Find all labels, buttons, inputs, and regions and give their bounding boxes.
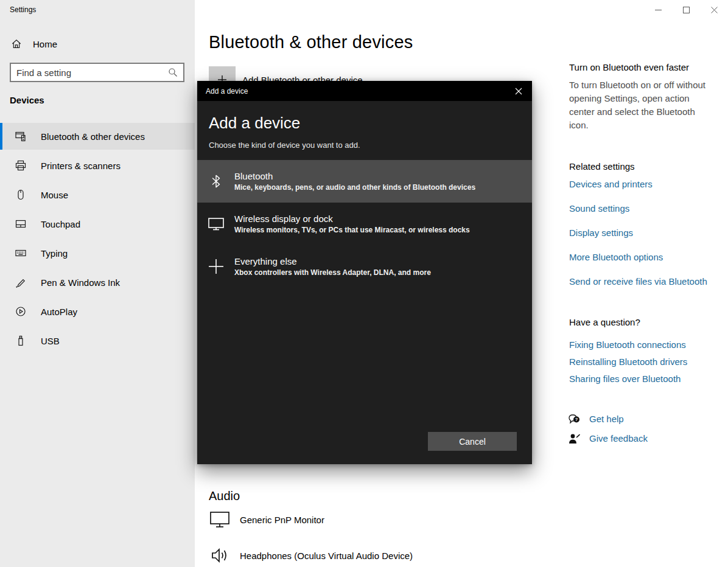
- dialog-heading: Add a device: [209, 114, 532, 133]
- sidebar-item-mouse[interactable]: Mouse: [0, 181, 195, 208]
- have-a-question-heading: Have a question?: [569, 317, 640, 327]
- get-help-row: ? Get help: [568, 412, 624, 426]
- audio-device-name: Generic PnP Monitor: [240, 515, 324, 525]
- app-title: Settings: [10, 5, 36, 14]
- add-device-dialog: Add a device Add a device Choose the kin…: [197, 81, 532, 464]
- touchpad-icon: [15, 218, 27, 230]
- dialog-option-description: Xbox controllers with Wireless Adapter, …: [234, 268, 431, 277]
- sidebar-item-label: Printers & scanners: [41, 161, 121, 171]
- dialog-option-description: Mice, keyboards, pens, or audio and othe…: [234, 183, 475, 192]
- minimize-icon: [655, 7, 662, 13]
- tip-heading: Turn on Bluetooth even faster: [569, 62, 689, 72]
- link-sound-settings[interactable]: Sound settings: [569, 202, 707, 215]
- search-icon[interactable]: [168, 68, 178, 77]
- feedback-person-icon: [568, 433, 581, 444]
- sidebar-item-pen-windows-ink[interactable]: Pen & Windows Ink: [0, 269, 195, 296]
- dialog-titlebar: Add a device: [197, 81, 532, 101]
- audio-device-headphones[interactable]: Headphones (Oculus Virtual Audio Device): [209, 546, 413, 565]
- link-display-settings[interactable]: Display settings: [569, 226, 707, 240]
- related-settings-links: Devices and printers Sound settings Disp…: [569, 178, 707, 299]
- sidebar-section-heading: Devices: [10, 95, 44, 105]
- plus-icon: [207, 259, 225, 274]
- mouse-icon: [15, 189, 27, 201]
- sidebar-item-home[interactable]: Home: [11, 35, 184, 52]
- maximize-button[interactable]: [672, 0, 700, 19]
- dialog-close-button[interactable]: [505, 81, 532, 101]
- dialog-option-text: Bluetooth Mice, keyboards, pens, or audi…: [234, 171, 475, 192]
- link-reinstalling-bluetooth-drivers[interactable]: Reinstalling Bluetooth drivers: [569, 355, 687, 369]
- link-send-receive-files[interactable]: Send or receive files via Bluetooth: [569, 275, 707, 288]
- sidebar-item-label: Typing: [41, 248, 68, 259]
- search-box: [10, 63, 184, 82]
- minimize-button[interactable]: [644, 0, 672, 19]
- dialog-titlebar-text: Add a device: [206, 87, 248, 96]
- audio-device-monitor[interactable]: Generic PnP Monitor: [209, 510, 324, 529]
- link-give-feedback[interactable]: Give feedback: [589, 432, 648, 445]
- autoplay-icon: [15, 305, 27, 318]
- printer-icon: [15, 159, 27, 172]
- page-title: Bluetooth & other devices: [209, 32, 413, 52]
- settings-window: Settings Home Devices: [0, 0, 728, 567]
- dialog-option-bluetooth[interactable]: Bluetooth Mice, keyboards, pens, or audi…: [197, 160, 532, 203]
- monitor-icon: [209, 510, 231, 529]
- svg-text:?: ?: [575, 417, 578, 422]
- dialog-option-description: Wireless monitors, TVs, or PCs that use …: [234, 226, 470, 234]
- link-devices-and-printers[interactable]: Devices and printers: [569, 178, 707, 191]
- sidebar-item-label: Bluetooth & other devices: [41, 131, 145, 142]
- speaker-icon: [209, 546, 231, 565]
- pen-icon: [15, 276, 27, 288]
- related-settings-heading: Related settings: [569, 161, 635, 172]
- sidebar-item-label: USB: [41, 336, 60, 346]
- devices-icon: [15, 130, 27, 142]
- close-window-button[interactable]: [700, 0, 728, 19]
- link-sharing-files-over-bluetooth[interactable]: Sharing files over Bluetooth: [569, 372, 687, 386]
- maximize-icon: [683, 7, 690, 13]
- link-get-help[interactable]: Get help: [589, 412, 624, 426]
- link-fixing-bluetooth-connections[interactable]: Fixing Bluetooth connections: [569, 338, 687, 352]
- dialog-options: Bluetooth Mice, keyboards, pens, or audi…: [197, 160, 532, 288]
- dialog-option-wireless-display[interactable]: Wireless display or dock Wireless monito…: [197, 203, 532, 245]
- sidebar-item-printers-scanners[interactable]: Printers & scanners: [0, 152, 195, 179]
- help-chat-icon: ?: [568, 414, 581, 425]
- keyboard-icon: [15, 247, 27, 259]
- display-icon: [207, 217, 225, 231]
- audio-section-heading: Audio: [209, 489, 240, 503]
- usb-icon: [15, 335, 27, 347]
- tip-body: To turn Bluetooth on or off without open…: [569, 78, 714, 132]
- sidebar-item-touchpad[interactable]: Touchpad: [0, 210, 195, 237]
- close-icon: [711, 7, 718, 13]
- dialog-subtitle: Choose the kind of device you want to ad…: [209, 141, 532, 150]
- dialog-option-text: Everything else Xbox controllers with Wi…: [234, 256, 431, 277]
- sidebar-item-typing[interactable]: Typing: [0, 240, 195, 266]
- sidebar-item-label: Mouse: [41, 190, 68, 200]
- bluetooth-icon: [207, 173, 225, 189]
- close-icon: [515, 88, 522, 95]
- link-more-bluetooth-options[interactable]: More Bluetooth options: [569, 251, 707, 264]
- dialog-option-text: Wireless display or dock Wireless monito…: [234, 214, 470, 234]
- search-input[interactable]: [16, 68, 168, 78]
- dialog-option-title: Wireless display or dock: [234, 214, 470, 224]
- sidebar-item-usb[interactable]: USB: [0, 327, 195, 354]
- selected-accent-bar: [0, 123, 2, 150]
- dialog-option-title: Bluetooth: [234, 171, 475, 181]
- sidebar-nav: Bluetooth & other devices Printers & sca…: [0, 123, 195, 357]
- give-feedback-row: Give feedback: [568, 432, 648, 445]
- audio-device-name: Headphones (Oculus Virtual Audio Device): [240, 551, 413, 561]
- sidebar-home-label: Home: [33, 39, 57, 49]
- cancel-button[interactable]: Cancel: [428, 432, 517, 451]
- dialog-option-title: Everything else: [234, 256, 431, 266]
- sidebar-item-label: Pen & Windows Ink: [41, 277, 120, 288]
- dialog-option-everything-else[interactable]: Everything else Xbox controllers with Wi…: [197, 245, 532, 288]
- sidebar-item-label: AutoPlay: [41, 307, 77, 317]
- window-controls: [644, 0, 728, 19]
- question-links: Fixing Bluetooth connections Reinstallin…: [569, 338, 687, 389]
- sidebar-item-autoplay[interactable]: AutoPlay: [0, 298, 195, 325]
- sidebar: Settings Home Devices: [0, 0, 195, 567]
- sidebar-item-label: Touchpad: [41, 219, 80, 229]
- sidebar-item-bluetooth-other-devices[interactable]: Bluetooth & other devices: [0, 123, 195, 150]
- home-icon: [11, 38, 22, 49]
